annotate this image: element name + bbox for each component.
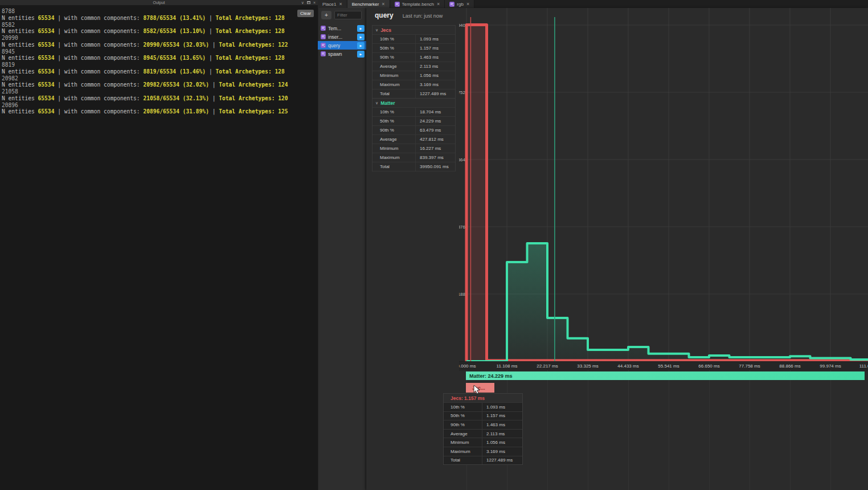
close-tab-icon[interactable]: × [437, 2, 440, 7]
stats-row: 10th %1.093 ms [372, 34, 455, 43]
stat-value: 1.093 ms [415, 35, 455, 43]
gridline [709, 370, 710, 490]
run-benchmark-button[interactable]: ▶ [357, 51, 365, 58]
benchmark-result-panel: query Last run: just now ∨Jecs10th %1.09… [366, 8, 868, 490]
stats-row: Total39950.091 ms [372, 162, 455, 171]
stat-value: 1.463 ms [415, 53, 455, 62]
x-tick-label: 77.758 ms [739, 364, 760, 369]
close-tab-icon[interactable]: × [339, 2, 342, 7]
stat-value: 1227.489 ms [482, 456, 522, 465]
stats-section-header-matter[interactable]: ∨Matter [372, 98, 455, 107]
sidebar-item-Tem[interactable]: Tem...▶ [318, 24, 366, 32]
jecs-tooltip: Jecs: 1.157 ms10th %1.093 ms50th %1.157 … [443, 393, 523, 465]
stat-label: 50th % [444, 412, 482, 420]
output-line: N entities 65534 | with common component… [2, 28, 318, 35]
chevron-down-icon: ∨ [375, 28, 378, 32]
stat-label: 90th % [444, 420, 482, 429]
add-benchmark-button[interactable]: + [321, 11, 331, 19]
output-titlebar: Output ∨ × [0, 0, 318, 5]
stat-value: 2.113 ms [415, 62, 455, 71]
stats-row: 90th %1.463 ms [372, 52, 455, 62]
tooltip-row: 90th %1.463 ms [444, 420, 522, 429]
stats-row: Average2.113 ms [372, 62, 455, 71]
stat-label: 90th % [372, 53, 415, 62]
stat-value: 39950.091 ms [415, 162, 455, 171]
output-title: Output [153, 1, 165, 5]
gridline [628, 370, 629, 490]
gridline [750, 370, 750, 490]
tab-bar: Place1×Benchmarker×Template.bench×rgb× [318, 0, 868, 8]
run-benchmark-button[interactable]: ▶ [357, 34, 365, 40]
output-line-count: 20990 [2, 35, 318, 42]
y-tick-label: 188 [459, 292, 466, 297]
stat-label: Maximum [372, 153, 415, 162]
stats-section-header-jecs[interactable]: ∨Jecs [372, 25, 455, 34]
close-tab-icon[interactable]: × [466, 2, 469, 7]
stat-label: 10th % [444, 403, 482, 411]
tab-label: Place1 [322, 2, 336, 7]
stats-row: Average427.812 ms [372, 134, 455, 144]
output-line: N entities 65534 | with common component… [2, 42, 318, 48]
x-tick-label: 0.000 ms [459, 364, 476, 369]
stat-value: 1.157 ms [482, 412, 522, 420]
stats-row: Minimum1.056 ms [372, 71, 455, 80]
stat-label: Maximum [444, 447, 482, 456]
histogram-chart[interactable]: 188376564752940 [459, 8, 868, 361]
tab-rgb[interactable]: rgb× [445, 0, 474, 8]
sidebar-item-query[interactable]: query▶ [318, 41, 366, 50]
benchmark-file-icon [449, 2, 455, 7]
stat-label: Minimum [444, 438, 482, 447]
stats-row: 10th %18.704 ms [372, 107, 455, 116]
benchmark-file-icon [321, 51, 326, 56]
stat-label: Total [372, 162, 415, 171]
tooltip-row: Maximum3.169 ms [444, 447, 522, 456]
matter-result-bar[interactable]: Matter: 24.229 ms [466, 371, 865, 380]
stat-value: 427.812 ms [415, 135, 455, 144]
stat-value: 3.169 ms [482, 447, 522, 456]
output-line: N entities 65534 | with common component… [2, 68, 318, 75]
stats-section-name: Jecs [380, 27, 391, 33]
popout-icon[interactable] [307, 1, 310, 4]
tab-template-bench[interactable]: Template.bench× [390, 0, 445, 8]
stats-section-name: Matter [380, 100, 395, 106]
tooltip-row: Minimum1.056 ms [444, 438, 522, 447]
stats-row: Minimum16.227 ms [372, 144, 455, 153]
result-header: query Last run: just now [375, 11, 443, 19]
collapse-output-icon[interactable]: ∨ [301, 1, 304, 5]
benchmark-file-icon [321, 34, 326, 39]
output-line-count: 20896 [2, 102, 318, 109]
stat-label: Average [372, 135, 415, 144]
tab-label: Template.bench [402, 2, 434, 7]
y-tick-label: 940 [459, 23, 466, 28]
tab-place1[interactable]: Place1× [318, 0, 347, 8]
run-benchmark-button[interactable]: ▶ [357, 42, 365, 49]
filter-input[interactable] [334, 11, 362, 19]
sidebar-item-inser[interactable]: inser...▶ [318, 32, 366, 41]
stat-label: 50th % [372, 44, 415, 52]
stats-row: 90th %63.479 ms [372, 125, 455, 134]
x-tick-label: 55.541 ms [658, 364, 679, 369]
stat-label: Average [372, 62, 415, 71]
output-line-count: 8788 [2, 8, 318, 15]
y-tick-label: 376 [459, 224, 466, 230]
x-tick-label: 111.083 ms [859, 364, 868, 369]
stat-label: Maximum [372, 80, 415, 89]
x-tick-label: 33.325 ms [577, 364, 598, 369]
gridline [669, 370, 669, 490]
clear-output-button[interactable]: Clear [297, 10, 314, 17]
stat-value: 63.479 ms [415, 126, 455, 134]
benchmark-file-icon [321, 26, 326, 31]
stats-row: 50th %24.229 ms [372, 116, 455, 125]
tab-benchmarker[interactable]: Benchmarker× [347, 0, 390, 8]
sidebar-item-spawn[interactable]: spawn▶ [318, 50, 366, 58]
y-tick-label: 564 [459, 157, 466, 162]
stat-value: 3.169 ms [415, 80, 455, 89]
stat-value: 1.463 ms [482, 420, 522, 429]
close-tab-icon[interactable]: × [382, 2, 384, 7]
tooltip-row: Total1227.489 ms [444, 456, 522, 465]
tooltip-title: Jecs: 1.157 ms [444, 394, 522, 402]
stat-value: 18.704 ms [415, 108, 455, 116]
stats-row: Maximum3.169 ms [372, 80, 455, 89]
close-output-icon[interactable]: × [313, 1, 316, 5]
run-benchmark-button[interactable]: ▶ [357, 25, 365, 32]
